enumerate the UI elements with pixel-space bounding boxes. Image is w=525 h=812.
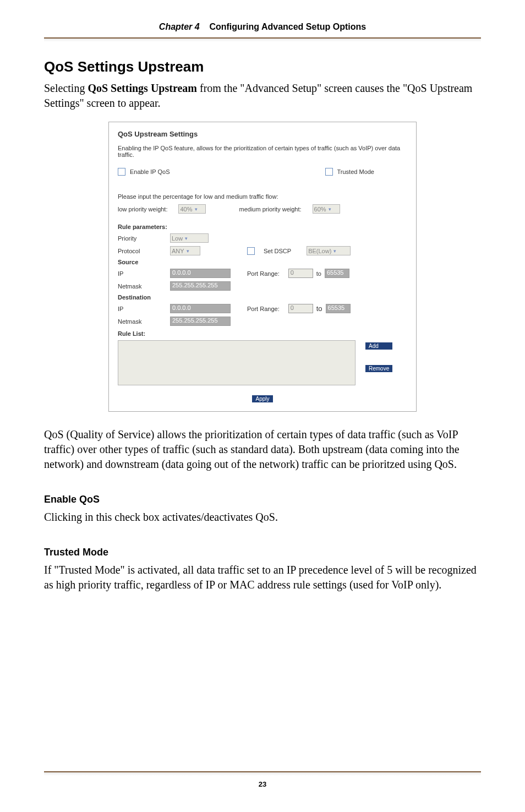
rule-list-heading: Rule List: <box>118 330 407 337</box>
set-dscp-checkbox[interactable] <box>247 247 255 255</box>
dscp-select[interactable]: BE(Low)▾ <box>307 246 351 255</box>
priority-value: Low <box>172 235 183 242</box>
source-netmask-label: Netmask <box>118 283 170 290</box>
section-title: QoS Settings Upstream <box>44 58 481 75</box>
enable-qos-heading: Enable QoS <box>44 494 481 505</box>
page-footer: 23 <box>0 771 525 789</box>
chevron-down-icon: ▾ <box>333 248 336 254</box>
destination-heading: Destination <box>118 294 170 301</box>
set-dscp-label: Set DSCP <box>264 248 291 254</box>
chevron-down-icon: ▾ <box>187 248 189 254</box>
dscp-value: BE(Low) <box>308 248 331 254</box>
intro-text-strong: QoS Settings Upstream <box>88 82 197 94</box>
apply-button[interactable]: Apply <box>252 395 272 402</box>
intro-paragraph: Selecting QoS Settings Upstream from the… <box>44 81 481 111</box>
trusted-mode-checkbox[interactable] <box>325 168 333 176</box>
source-netmask-input[interactable]: 255.255.255.255 <box>170 281 231 291</box>
medium-priority-label: medium priority weight: <box>239 206 301 212</box>
destination-netmask-label: Netmask <box>118 318 170 325</box>
chevron-down-icon: ▾ <box>329 206 331 212</box>
low-priority-select[interactable]: 40%▾ <box>178 204 206 214</box>
header-rule-shadow <box>44 39 481 42</box>
enable-ip-qos-label: Enable IP QoS <box>130 168 170 175</box>
chevron-down-icon: ▾ <box>185 236 188 241</box>
intro-text-1: Selecting <box>44 82 88 94</box>
source-port-from-input[interactable]: 0 <box>288 269 313 278</box>
qos-description-paragraph: QoS (Quality of Service) allows the prio… <box>44 427 481 472</box>
page-number: 23 <box>259 780 266 788</box>
port-to-word: to <box>316 270 321 277</box>
screenshot-title: QoS Upstream Settings <box>118 130 407 138</box>
low-priority-value: 40% <box>180 206 192 212</box>
enable-ip-qos-checkbox[interactable] <box>118 168 125 176</box>
source-port-to-input[interactable]: 65535 <box>325 269 349 278</box>
add-button[interactable]: Add <box>365 342 392 350</box>
trusted-mode-text: If "Trusted Mode" is activated, all data… <box>44 563 481 592</box>
rule-list-box[interactable] <box>118 340 356 385</box>
source-heading: Source <box>118 259 170 265</box>
destination-ip-label: IP <box>118 306 170 312</box>
enable-qos-text: Clicking in this check box activates/dea… <box>44 510 481 525</box>
chapter-label: Chapter 4 <box>159 22 200 31</box>
destination-netmask-input[interactable]: 255.255.255.255 <box>170 317 231 326</box>
qos-settings-screenshot: QoS Upstream Settings Enabling the IP Qo… <box>108 122 417 412</box>
chapter-title: Configuring Advanced Setup Options <box>209 22 366 31</box>
trusted-mode-label: Trusted Mode <box>337 168 374 175</box>
priority-label: Priority <box>118 235 170 242</box>
priority-select[interactable]: Low▾ <box>170 233 209 243</box>
source-ip-input[interactable]: 0.0.0.0 <box>170 269 231 278</box>
chapter-header: Chapter 4 Configuring Advanced Setup Opt… <box>44 22 481 39</box>
port-to-word: to <box>316 304 322 313</box>
destination-ip-input[interactable]: 0.0.0.0 <box>170 304 231 313</box>
protocol-select[interactable]: ANY▾ <box>170 246 200 255</box>
medium-priority-select[interactable]: 60%▾ <box>313 204 340 214</box>
destination-port-range-label: Port Range: <box>247 306 280 312</box>
trusted-mode-heading: Trusted Mode <box>44 547 481 558</box>
source-port-range-label: Port Range: <box>247 270 280 277</box>
protocol-label: Protocol <box>118 248 170 254</box>
protocol-value: ANY <box>172 248 184 254</box>
destination-port-from-input[interactable]: 0 <box>288 304 313 313</box>
remove-button[interactable]: Remove <box>365 365 392 372</box>
rule-parameters-heading: Rule parameters: <box>118 224 407 230</box>
screenshot-description: Enabling the IP QoS feature, allows for … <box>118 145 407 158</box>
source-ip-label: IP <box>118 270 170 277</box>
percentage-prompt: Please input the percentage for low and … <box>118 193 407 200</box>
chevron-down-icon: ▾ <box>195 206 198 212</box>
destination-port-to-input[interactable]: 65535 <box>326 304 351 313</box>
medium-priority-value: 60% <box>314 206 326 212</box>
low-priority-label: low priority weight: <box>118 206 167 212</box>
